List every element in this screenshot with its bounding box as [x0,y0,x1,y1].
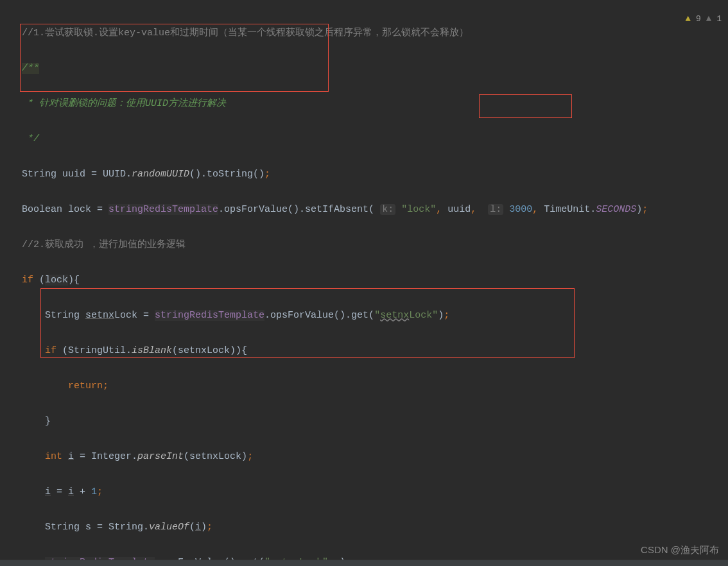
code-line: int i = Integer.parseInt(setnxLock); [22,448,728,466]
warning-icon: ▲ [686,10,691,28]
code-line: if (lock){ [22,271,728,289]
code-line: */ [22,130,728,148]
code-line: String s = String.valueOf(i); [22,519,728,536]
status-bar [0,560,728,566]
code-line: if (StringUtil.isBlank(setnxLock)){ [22,342,728,360]
code-line: } [22,413,728,431]
code-line: * 针对误删锁的问题：使用UUID方法进行解决 [22,95,728,113]
code-line: return; [22,377,728,395]
code-line: //2.获取成功 ，进行加值的业务逻辑 [22,236,728,254]
weak-warning-count: 1 [716,10,722,28]
code-line: //1.尝试获取锁.设置key-value和过期时间（当某一个线程获取锁之后程序… [22,24,728,42]
watermark: CSDN @渔夫阿布 [641,541,719,559]
problems-indicator[interactable]: ▲9 ▲1 [686,10,722,28]
weak-warning-icon: ▲ [706,10,711,28]
code-line: String setnxLock = stringRedisTemplate.o… [22,307,728,325]
code-line: Boolean lock = stringRedisTemplate.opsFo… [22,201,728,219]
warning-count: 9 [696,10,701,28]
code-editor[interactable]: //1.尝试获取锁.设置key-value和过期时间（当某一个线程获取锁之后程序… [0,6,728,547]
code-line: i = i + 1; [22,483,728,501]
code-line: /** [22,60,728,78]
code-line: String uuid = UUID.randomUUID().toString… [22,166,728,184]
